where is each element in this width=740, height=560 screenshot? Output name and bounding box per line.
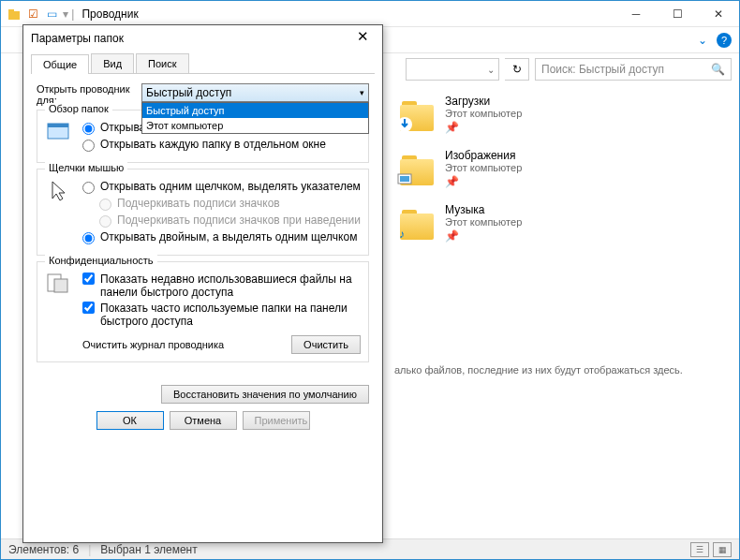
radio-single-click[interactable]: Открывать одним щелчком, выделять указат…: [82, 180, 361, 194]
search-input[interactable]: Поиск: Быстрый доступ 🔍: [535, 58, 732, 81]
apply-button[interactable]: Применить: [243, 411, 310, 430]
tab-search[interactable]: Поиск: [136, 53, 188, 73]
status-selected: Выбран 1 элемент: [100, 543, 197, 556]
clear-button[interactable]: Очистить: [291, 335, 361, 354]
dialog-tabs: Общие Вид Поиск: [31, 53, 375, 74]
folder-name: Музыка: [445, 203, 522, 216]
folder-location: Этот компьютер: [445, 162, 522, 173]
svg-rect-9: [54, 279, 67, 292]
dialog-title: Параметры папок: [31, 32, 124, 45]
status-item-count: Элементов: 6: [8, 543, 79, 556]
qa-props-icon[interactable]: ▭: [44, 7, 59, 22]
close-button[interactable]: ✕: [698, 1, 739, 27]
browse-icon: [45, 118, 73, 146]
radio-underline-always: Подчеркивать подписи значков: [99, 197, 361, 211]
help-icon[interactable]: ?: [717, 33, 732, 48]
music-badge-icon: ♪: [396, 225, 413, 242]
svg-rect-7: [48, 124, 68, 127]
combo-option-quick-access[interactable]: Быстрый доступ: [142, 103, 368, 118]
titlebar: ☑ ▭ ▾ | Проводник ─ ☐ ✕: [1, 1, 739, 27]
combo-value: Быстрый доступ: [146, 86, 231, 99]
explorer-icon: [7, 7, 22, 22]
folder-name: Изображения: [445, 149, 522, 162]
view-details-button[interactable]: ☰: [690, 542, 709, 557]
folder-location: Этот компьютер: [445, 108, 522, 119]
folder-name: Загрузки: [445, 95, 522, 108]
pin-icon: 📌: [445, 175, 522, 188]
maximize-button[interactable]: ☐: [657, 1, 698, 27]
privacy-group: Конфиденциальность Показать недавно испо…: [37, 261, 369, 362]
search-placeholder: Поиск: Быстрый доступ: [541, 63, 664, 76]
radio-new-window[interactable]: Открывать каждую папку в отдельном окне: [82, 138, 361, 152]
search-icon: 🔍: [711, 63, 725, 76]
check-frequent-folders[interactable]: Показать часто используемые папки на пан…: [82, 302, 361, 328]
folder-options-dialog: Параметры папок ✕ Общие Вид Поиск Открыт…: [22, 24, 383, 543]
minimize-button[interactable]: ─: [615, 1, 657, 27]
quick-access-hint: алько файлов, последние из них будут ото…: [394, 364, 720, 376]
svg-rect-0: [8, 11, 20, 20]
list-item[interactable]: Загрузки Этот компьютер 📌: [394, 87, 732, 141]
click-behavior-group: Щелчки мышью Открывать одним щелчком, вы…: [37, 169, 369, 256]
window-title: Проводник: [81, 7, 138, 21]
dialog-close-button[interactable]: ✕: [350, 28, 375, 49]
clicks-legend: Щелчки мышью: [45, 162, 127, 173]
tab-view[interactable]: Вид: [91, 53, 134, 73]
dialog-titlebar: Параметры папок ✕: [23, 25, 382, 52]
folder-location: Этот компьютер: [445, 216, 522, 228]
address-bar[interactable]: ⌄: [406, 58, 499, 81]
folder-icon: [398, 150, 436, 187]
restore-defaults-button[interactable]: Восстановить значения по умолчанию: [161, 385, 369, 404]
open-explorer-combo[interactable]: Быстрый доступ ▾ Быстрый доступ Этот ком…: [141, 83, 369, 102]
dialog-buttons: ОК Отмена Применить: [23, 404, 382, 439]
privacy-legend: Конфиденциальность: [45, 255, 157, 266]
tab-general[interactable]: Общие: [31, 54, 89, 74]
radio-double-click[interactable]: Открывать двойным, а выделять одним щелч…: [82, 230, 361, 244]
list-item[interactable]: ♪ Музыка Этот компьютер 📌: [394, 196, 732, 250]
pin-icon: 📌: [445, 229, 522, 243]
ok-button[interactable]: ОК: [96, 411, 164, 430]
svg-rect-4: [400, 176, 409, 182]
dialog-body: Открыть проводник для: Быстрый доступ ▾ …: [23, 74, 382, 376]
folder-icon: ♪: [398, 204, 436, 242]
view-icons-button[interactable]: ▦: [713, 542, 732, 557]
combo-option-this-pc[interactable]: Этот компьютер: [142, 118, 368, 133]
refresh-button[interactable]: ↻: [505, 58, 529, 81]
cancel-button[interactable]: Отмена: [170, 411, 237, 430]
radio-underline-hover: Подчеркивать подписи значков при наведен…: [99, 214, 361, 228]
check-recent-files[interactable]: Показать недавно использовавшиеся файлы …: [82, 273, 361, 299]
qa-divider: ▾ |: [63, 7, 74, 21]
pictures-badge-icon: [396, 170, 413, 187]
combo-dropdown: Быстрый доступ Этот компьютер: [141, 102, 369, 134]
folder-icon: [398, 96, 436, 133]
browse-legend: Обзор папок: [45, 103, 112, 114]
clear-history-label: Очистить журнал проводника: [82, 339, 224, 350]
download-badge-icon: [396, 116, 413, 133]
ribbon-chevron-icon[interactable]: ⌄: [698, 34, 707, 47]
file-list: Загрузки Этот компьютер 📌 Изображения Эт…: [394, 87, 732, 250]
list-item[interactable]: Изображения Этот компьютер 📌: [394, 141, 732, 196]
qa-save-icon[interactable]: ☑: [25, 7, 40, 22]
cursor-icon: [45, 177, 73, 205]
svg-text:♪: ♪: [399, 228, 405, 241]
pin-icon: 📌: [445, 121, 522, 134]
privacy-icon: [45, 270, 73, 298]
svg-rect-1: [8, 9, 14, 12]
chevron-down-icon: ▾: [360, 88, 364, 97]
